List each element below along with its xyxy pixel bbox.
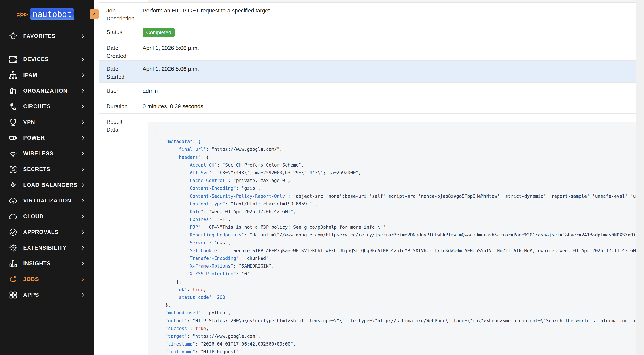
chevron-right-icon [80,245,86,251]
sidebar-item-label: INSIGHTS [23,260,80,266]
sidebar-item-approvals[interactable]: APPROVALS [0,224,94,240]
status-badge: Completed [142,28,175,37]
sidebar-collapse-button[interactable]: ‹ [90,9,99,19]
chevron-right-icon [80,182,86,188]
sidebar-item-virtualization[interactable]: VIRTUALIZATION [0,193,94,208]
table-row-status: StatusCompleted [99,24,636,40]
table-row-date-started: DateStartedApril 1, 2026 5:06 p.m. [99,61,636,83]
sidebar-item-organization[interactable]: ORGANIZATION [0,83,94,98]
collapse-chevron-icon: ‹ [93,11,96,17]
scrollbar-gutter[interactable] [636,0,644,355]
sidebar-item-load-balancers[interactable]: LOAD BALANCERS [0,177,94,193]
sidebar-item-apps[interactable]: APPS [0,287,94,303]
table-row-user: Useradmin [99,83,636,98]
vpn-icon [8,118,18,127]
table-row-job-description: JobDescriptionPerform an HTTP GET reques… [99,2,636,24]
sidebar-item-label: LOAD BALANCERS [23,182,80,188]
sidebar-item-label: JOBS [23,276,80,282]
chevron-right-icon [80,88,86,94]
sidebar-item-label: APPROVALS [23,229,80,235]
sidebar-item-label: APPS [23,292,80,298]
nautobot-logo[interactable]: >>> nautobot [0,0,94,20]
scrolled-row-sliver [148,0,644,2]
chevron-right-icon [80,56,86,62]
sidebar-item-jobs[interactable]: JOBS [0,271,94,287]
chevron-right-icon [80,166,86,172]
row-label-user: User [99,83,142,98]
table-row-duration: Duration0 minutes, 0.39 seconds [99,98,636,114]
sidebar-menu: FAVORITESDEVICESIPAMORGANIZATIONCIRCUITS… [0,28,94,303]
row-label-result-data: ResultData [99,114,142,355]
row-label-job-description: JobDescription [99,2,142,24]
table-row-result-data: ResultData{ "metadata": { "final_url": "… [99,114,636,355]
chevron-right-icon [80,72,86,78]
row-label-status: Status [99,24,142,40]
organization-icon [8,86,18,95]
star-icon [8,32,18,41]
sidebar-item-label: EXTENSIBILITY [23,245,80,251]
logo-wordmark: nautobot [30,8,74,20]
chevron-right-icon [80,119,86,125]
approvals-icon [8,228,18,237]
chevron-right-icon [80,229,86,235]
virtualization-icon [8,196,18,205]
app-root: >>> nautobot FAVORITESDEVICESIPAMORGANIZ… [0,0,644,355]
jobs-icon [8,275,18,284]
row-value-result-data: { "metadata": { "final_url": "https://ww… [142,114,636,355]
main-content: JobDescriptionPerform an HTTP GET reques… [94,0,644,355]
sidebar-item-secrets[interactable]: SECRETS [0,161,94,177]
insights-icon [8,259,18,268]
chevron-right-icon [80,260,86,266]
sidebar-item-label: WIRELESS [23,150,80,157]
sidebar-item-favorites[interactable]: FAVORITES [0,28,94,44]
row-value-user: admin [142,83,636,98]
chevron-right-icon [80,104,86,110]
sidebar-item-devices[interactable]: DEVICES [0,52,94,67]
chevron-right-icon [80,33,86,39]
ipam-icon [8,70,18,80]
chevron-right-icon [80,292,86,298]
sidebar-item-extensibility[interactable]: EXTENSIBILITY [0,240,94,256]
chevron-right-icon [80,135,86,141]
sidebar-item-vpn[interactable]: VPN [0,114,94,130]
row-value-duration: 0 minutes, 0.39 seconds [142,98,636,114]
sidebar-item-label: CLOUD [23,213,80,220]
row-label-duration: Duration [99,98,142,114]
row-label-date-started: DateStarted [99,61,142,82]
apps-icon [8,290,18,300]
chevron-right-icon [80,150,86,157]
cloud-icon [8,212,18,221]
chevron-right-icon [80,198,86,204]
row-value-date-started: April 1, 2026 5:06 p.m. [142,61,636,82]
sidebar: >>> nautobot FAVORITESDEVICESIPAMORGANIZ… [0,0,94,355]
wireless-icon [8,149,18,158]
extensibility-icon [8,243,18,252]
row-value-date-created: April 1, 2026 5:06 p.m. [142,40,636,60]
result-data-codeblock[interactable]: { "metadata": { "final_url": "https://ww… [148,122,636,355]
sidebar-item-cloud[interactable]: CLOUD [0,208,94,224]
sidebar-item-ipam[interactable]: IPAM [0,67,94,83]
result-data-json: { "metadata": { "final_url": "https://ww… [154,130,630,355]
table-row-date-created: DateCreatedApril 1, 2026 5:06 p.m. [99,40,636,61]
sidebar-item-insights[interactable]: INSIGHTS [0,256,94,271]
secrets-icon [8,165,18,174]
sidebar-item-label: DEVICES [23,56,80,62]
row-value-job-description: Perform an HTTP GET request to a specifi… [142,2,636,24]
sidebar-item-label: VPN [23,119,80,125]
sidebar-item-wireless[interactable]: WIRELESS [0,146,94,161]
chevron-right-icon [80,276,86,282]
sidebar-item-power[interactable]: POWER [0,130,94,146]
chevron-right-icon [80,214,86,220]
sidebar-item-label: SECRETS [23,166,80,172]
row-value-status: Completed [142,24,636,40]
job-detail-table: JobDescriptionPerform an HTTP GET reques… [99,2,636,355]
sidebar-item-label: IPAM [23,72,80,78]
logo-chevrons-icon: >>> [17,10,27,19]
sidebar-item-label: FAVORITES [23,33,80,39]
devices-icon [8,55,18,64]
circuits-icon [8,102,18,111]
row-label-date-created: DateCreated [99,40,142,60]
sidebar-item-label: VIRTUALIZATION [23,198,80,204]
sidebar-item-circuits[interactable]: CIRCUITS [0,98,94,114]
sidebar-item-label: CIRCUITS [23,103,80,110]
